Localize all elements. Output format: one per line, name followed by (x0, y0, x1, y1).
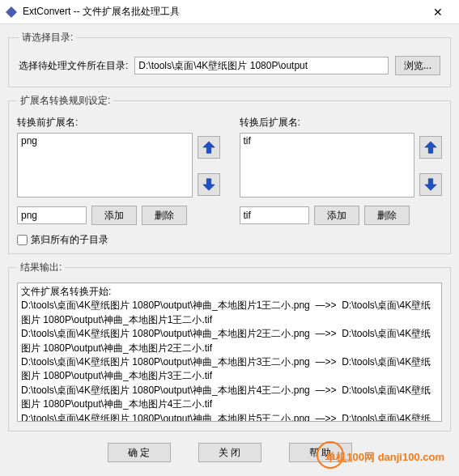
svg-marker-0 (6, 6, 17, 18)
after-move-up-button[interactable] (419, 136, 442, 159)
ok-button[interactable]: 确 定 (108, 443, 171, 462)
after-add-button[interactable]: 添加 (314, 206, 359, 225)
titlebar[interactable]: ExtConvert -- 文件扩展名批处理工具 ✕ (0, 0, 459, 24)
before-move-up-button[interactable] (198, 136, 220, 159)
close-button[interactable]: ✕ (422, 1, 454, 23)
output-group: 结果输出: (8, 261, 451, 431)
rule-group: 扩展名转换规则设定: 转换前扩展名: png (8, 94, 451, 254)
footer: 确 定 关 闭 帮 助 单机100网 danji100.com (8, 438, 451, 464)
directory-legend: 请选择目录: (19, 31, 76, 45)
window-title: ExtConvert -- 文件扩展名批处理工具 (23, 5, 422, 19)
before-move-down-button[interactable] (198, 173, 220, 196)
arrow-up-icon (202, 140, 216, 155)
after-ext-list[interactable]: tif (240, 133, 415, 198)
before-ext-list[interactable]: png (17, 133, 193, 198)
arrow-down-icon (423, 177, 438, 192)
recurse-checkbox[interactable] (17, 235, 28, 245)
after-ext-input[interactable] (240, 206, 309, 224)
arrow-up-icon (423, 140, 438, 155)
directory-label: 选择待处理文件所在目录: (19, 59, 128, 73)
before-delete-button[interactable]: 删除 (142, 206, 187, 225)
before-ext-input[interactable] (17, 206, 87, 224)
after-label: 转换后扩展名: (240, 116, 443, 130)
browse-button[interactable]: 浏览... (395, 56, 440, 75)
list-item[interactable]: png (21, 135, 189, 147)
before-column: 转换前扩展名: png 添加 (17, 116, 220, 225)
after-delete-button[interactable]: 删除 (364, 206, 410, 225)
list-item[interactable]: tif (244, 135, 411, 147)
close-dialog-button[interactable]: 关 闭 (198, 443, 261, 462)
after-move-down-button[interactable] (419, 173, 442, 196)
help-button[interactable]: 帮 助 (289, 443, 352, 462)
output-textarea[interactable] (17, 283, 442, 422)
arrow-down-icon (202, 177, 216, 192)
app-icon (5, 6, 18, 19)
directory-group: 请选择目录: 选择待处理文件所在目录: 浏览... (8, 31, 451, 87)
before-label: 转换前扩展名: (17, 116, 220, 130)
close-icon: ✕ (433, 6, 443, 19)
output-legend: 结果输出: (17, 261, 65, 274)
before-add-button[interactable]: 添加 (91, 206, 137, 225)
directory-input[interactable] (134, 57, 389, 74)
recurse-label: 第归所有的子目录 (31, 233, 108, 247)
after-column: 转换后扩展名: tif 添加 (240, 116, 443, 225)
rule-legend: 扩展名转换规则设定: (17, 94, 113, 108)
